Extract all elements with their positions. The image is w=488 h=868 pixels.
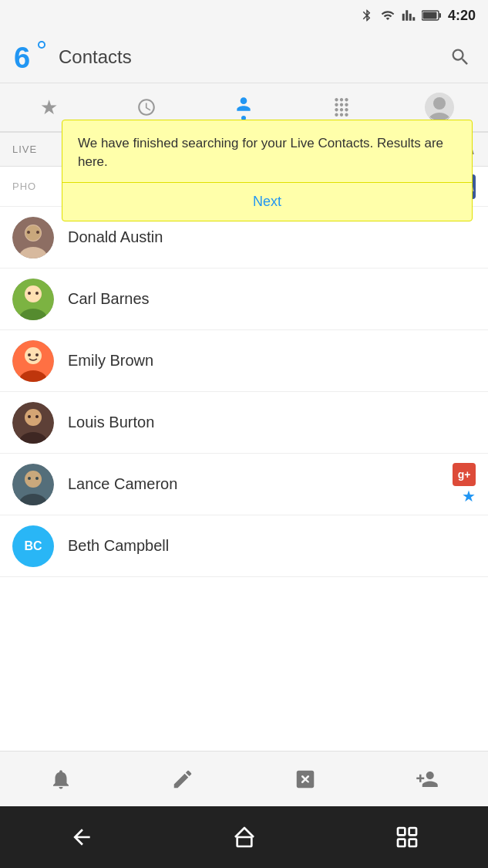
svg-rect-38: [409, 828, 416, 835]
svg-point-22: [25, 347, 42, 364]
tooltip-popup: We have finished searching for your Live…: [62, 120, 473, 221]
louis-burton-name: Louis Burton: [68, 414, 154, 431]
svg-point-15: [36, 231, 39, 234]
svg-point-17: [25, 285, 42, 302]
add-contact-button[interactable]: [408, 760, 446, 799]
svg-text:6: 6: [14, 42, 30, 74]
search-icon: [449, 46, 471, 68]
back-icon: [69, 825, 94, 849]
signal-icon: [402, 8, 416, 22]
svg-point-14: [27, 231, 30, 234]
star-icon: ★: [40, 96, 58, 120]
wifi-icon: [380, 8, 395, 22]
home-icon: [232, 825, 257, 849]
edit-icon: [171, 768, 194, 791]
profile-avatar: [425, 93, 454, 122]
bottom-toolbar: [0, 751, 488, 806]
svg-rect-37: [398, 828, 405, 835]
beth-campbell-avatar: BC: [12, 525, 54, 567]
svg-rect-1: [439, 13, 441, 18]
bell-icon: [49, 768, 72, 791]
svg-point-30: [35, 415, 39, 418]
beth-campbell-name: Beth Campbell: [68, 537, 169, 555]
gplus-badge: g+: [453, 463, 476, 486]
svg-rect-39: [398, 839, 405, 846]
lance-cameron-name: Lance Cameron: [68, 475, 177, 493]
svg-point-29: [28, 415, 31, 418]
search-button[interactable]: [445, 42, 476, 73]
status-time: 4:20: [448, 8, 476, 24]
close-button[interactable]: [286, 760, 325, 799]
svg-point-24: [28, 353, 31, 356]
recents-icon: [395, 825, 419, 849]
app-logo: 6: [12, 39, 49, 76]
emily-brown-name: Emily Brown: [68, 352, 153, 370]
dialpad-icon: [332, 97, 352, 117]
contacts-list: Donald Austin Carl Barnes: [0, 207, 488, 577]
louis-burton-avatar: [12, 402, 54, 444]
svg-point-34: [28, 477, 31, 480]
status-bar: 4:20: [0, 0, 488, 31]
svg-point-5: [39, 42, 44, 47]
contact-row[interactable]: Carl Barnes: [0, 269, 488, 330]
svg-point-7: [433, 97, 446, 110]
svg-point-27: [25, 409, 42, 426]
app-title: Contacts: [59, 46, 445, 68]
status-icons: 4:20: [360, 8, 476, 24]
carl-barnes-name: Carl Barnes: [68, 290, 150, 308]
star-badge: ★: [462, 487, 476, 505]
notifications-button[interactable]: [42, 760, 80, 799]
contact-row[interactable]: Emily Brown: [0, 330, 488, 392]
clock-icon: [136, 97, 156, 117]
emily-brown-avatar: [12, 340, 54, 382]
contact-row[interactable]: Louis Burton: [0, 392, 488, 454]
back-button[interactable]: [69, 825, 94, 849]
svg-point-32: [25, 471, 42, 488]
donald-austin-avatar: [12, 217, 54, 258]
tooltip-message: We have finished searching for your Live…: [62, 120, 472, 182]
contact-row[interactable]: Lance Cameron g+ ★: [0, 454, 488, 515]
svg-rect-2: [422, 12, 436, 19]
battery-icon: [422, 10, 442, 21]
svg-rect-40: [409, 839, 416, 846]
next-button[interactable]: Next: [62, 183, 472, 221]
add-person-icon: [416, 768, 439, 791]
nav-bar: [0, 806, 488, 868]
lance-cameron-avatar: [12, 464, 54, 505]
recents-button[interactable]: [395, 825, 419, 849]
person-icon: [234, 94, 254, 114]
contact-row[interactable]: BC Beth Campbell: [0, 515, 488, 577]
svg-point-35: [35, 477, 39, 480]
pho-label: PHO: [12, 181, 36, 192]
close-square-icon: [294, 768, 317, 791]
svg-point-25: [35, 353, 39, 356]
donald-austin-name: Donald Austin: [68, 228, 163, 246]
bluetooth-icon: [360, 8, 374, 22]
svg-rect-36: [237, 837, 251, 846]
svg-point-19: [28, 292, 31, 295]
edit-button[interactable]: [163, 760, 202, 799]
carl-barnes-avatar: [12, 279, 54, 320]
home-button[interactable]: [232, 825, 257, 849]
app-header: 6 Contacts: [0, 31, 488, 83]
svg-point-20: [35, 292, 39, 295]
